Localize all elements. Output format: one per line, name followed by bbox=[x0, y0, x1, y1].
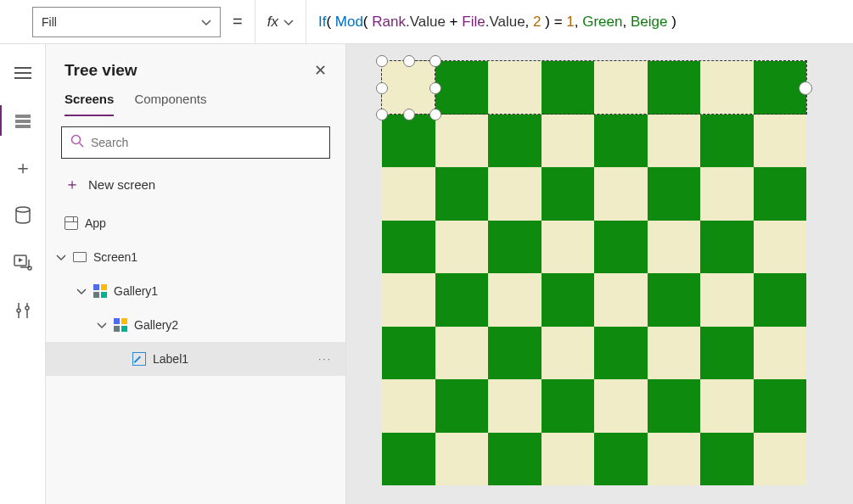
label-icon bbox=[132, 352, 146, 366]
board-square bbox=[488, 379, 542, 433]
tree-node-app[interactable]: App bbox=[46, 206, 345, 240]
board-square bbox=[488, 115, 542, 168]
board-square bbox=[542, 379, 595, 433]
board-square bbox=[700, 379, 754, 433]
fx-button[interactable]: fx bbox=[255, 0, 306, 44]
board-square bbox=[700, 115, 754, 168]
chevron-down-icon[interactable] bbox=[56, 250, 66, 264]
board-square bbox=[594, 379, 648, 433]
tree-view-rail-button[interactable] bbox=[11, 109, 35, 132]
board-square bbox=[594, 273, 648, 327]
svg-point-0 bbox=[16, 207, 30, 212]
app-icon bbox=[65, 216, 78, 230]
formula-bar: Fill = fx If( Mod( Rank.Value + File.Val… bbox=[0, 0, 853, 44]
tools-rail-button[interactable] bbox=[11, 299, 35, 322]
tab-components[interactable]: Components bbox=[134, 92, 206, 116]
fx-label: fx bbox=[267, 14, 278, 31]
board-square bbox=[382, 61, 435, 115]
search-box[interactable] bbox=[61, 126, 330, 159]
board-square bbox=[435, 167, 489, 221]
board-square bbox=[435, 221, 489, 274]
board-square bbox=[488, 273, 542, 327]
insert-rail-button[interactable]: ＋ bbox=[11, 156, 35, 180]
tree-label: Gallery2 bbox=[134, 318, 178, 332]
board-square bbox=[382, 379, 435, 433]
search-icon bbox=[70, 134, 84, 151]
plus-icon: ＋ bbox=[65, 174, 80, 194]
tree-label: Screen1 bbox=[93, 250, 137, 264]
chevron-down-icon[interactable] bbox=[76, 284, 87, 298]
board-square bbox=[648, 433, 701, 486]
board-square bbox=[435, 379, 489, 433]
board-square bbox=[488, 167, 542, 221]
board-square bbox=[754, 379, 807, 433]
board-square bbox=[382, 327, 435, 380]
board-square bbox=[648, 327, 701, 380]
board-square bbox=[594, 327, 648, 380]
board-square bbox=[382, 273, 435, 327]
tree-label: Label1 bbox=[153, 352, 188, 366]
property-name: Fill bbox=[42, 15, 57, 29]
tree-list: App Screen1 Gallery1 Gallery2 Label1 ··· bbox=[46, 203, 345, 504]
board-square bbox=[594, 61, 648, 115]
new-screen-label: New screen bbox=[88, 177, 155, 192]
board-square bbox=[754, 273, 807, 327]
board-square bbox=[594, 433, 648, 486]
tree-node-gallery2[interactable]: Gallery2 bbox=[46, 308, 345, 342]
canvas[interactable] bbox=[346, 44, 853, 504]
board-square bbox=[648, 273, 701, 327]
board-square bbox=[542, 221, 595, 274]
svg-point-3 bbox=[17, 309, 20, 312]
board-square bbox=[435, 327, 489, 380]
chevron-down-icon bbox=[283, 14, 294, 31]
gallery-icon bbox=[114, 318, 127, 332]
left-rail: ＋ bbox=[0, 44, 46, 504]
board-square bbox=[542, 273, 595, 327]
board-square bbox=[700, 221, 754, 274]
board-square bbox=[648, 379, 701, 433]
media-rail-button[interactable] bbox=[11, 251, 35, 275]
board-square bbox=[700, 327, 754, 380]
tree-node-screen1[interactable]: Screen1 bbox=[46, 240, 345, 274]
chevron-down-icon bbox=[201, 15, 211, 29]
tree-label: Gallery1 bbox=[114, 284, 158, 298]
board-square bbox=[542, 61, 595, 115]
board-square bbox=[754, 433, 807, 486]
board-square bbox=[648, 115, 701, 168]
tab-screens[interactable]: Screens bbox=[65, 92, 114, 116]
property-dropdown[interactable]: Fill bbox=[32, 7, 221, 37]
board-square bbox=[700, 273, 754, 327]
chevron-down-icon[interactable] bbox=[97, 318, 107, 332]
board-square bbox=[754, 61, 807, 115]
board-square bbox=[435, 61, 489, 115]
board-square bbox=[488, 61, 542, 115]
tree-node-label1[interactable]: Label1 ··· bbox=[46, 342, 345, 376]
board-square bbox=[648, 61, 701, 115]
tree-tabs: Screens Components bbox=[46, 83, 345, 116]
svg-point-5 bbox=[72, 136, 81, 144]
board-square bbox=[594, 221, 648, 274]
main-area: ＋ Tree view ✕ Screens Components ＋ New s… bbox=[0, 44, 853, 504]
chess-board bbox=[382, 61, 806, 485]
svg-point-2 bbox=[28, 266, 31, 270]
board-square bbox=[542, 433, 595, 486]
screen-icon bbox=[73, 252, 87, 262]
hamburger-icon[interactable] bbox=[11, 61, 35, 85]
board-square bbox=[754, 221, 807, 274]
board-square bbox=[542, 327, 595, 380]
data-rail-button[interactable] bbox=[11, 204, 35, 227]
search-input[interactable] bbox=[91, 136, 321, 149]
close-icon[interactable]: ✕ bbox=[314, 61, 327, 80]
board-square bbox=[700, 167, 754, 221]
board-square bbox=[542, 115, 595, 168]
formula-input[interactable]: If( Mod( Rank.Value + File.Value, 2 ) = … bbox=[306, 0, 853, 44]
board-square bbox=[754, 167, 807, 221]
board-square bbox=[754, 327, 807, 380]
board-square bbox=[700, 433, 754, 486]
tree-node-gallery1[interactable]: Gallery1 bbox=[46, 274, 345, 308]
more-icon[interactable]: ··· bbox=[318, 353, 332, 365]
board-square bbox=[382, 221, 435, 274]
new-screen-button[interactable]: ＋ New screen bbox=[46, 165, 345, 203]
board-square bbox=[488, 221, 542, 274]
board-square bbox=[754, 115, 807, 168]
